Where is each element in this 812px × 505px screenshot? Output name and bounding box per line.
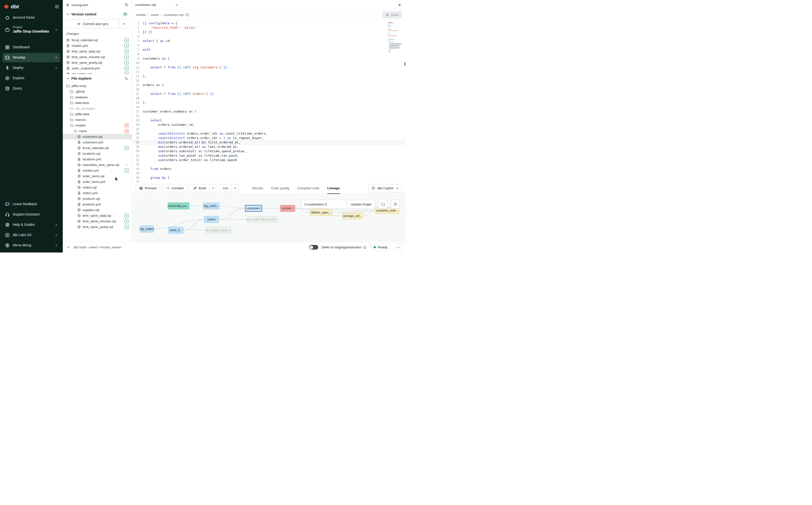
tree-item-models-yml[interactable]: models.yml+ <box>63 168 132 173</box>
tree-item-time-spine-yearly-sql[interactable]: time_spine_yearly.sql+ <box>63 224 132 230</box>
panel-tab-code-quality[interactable]: Code quality <box>271 183 289 194</box>
tree-item-dbt-packages[interactable]: dbt_packages <box>63 106 132 111</box>
code-line-18[interactable]: 18 <box>132 96 406 101</box>
sidebar-item-support-assistant[interactable]: Support Assistant <box>2 210 60 219</box>
dbt-copilot-button[interactable]: dbt Copilot <box>368 184 402 192</box>
tree-item-jaffle-shop[interactable]: jaffle-shop <box>63 83 132 89</box>
lineage-node-lifetime_spend[interactable]: lifetime_spen... <box>309 209 332 216</box>
code-line-27[interactable]: 27 count(distinct orders.order_id) > 1 a… <box>132 136 406 140</box>
panel-tab-compiled-code[interactable]: Compiled code <box>297 183 319 194</box>
changed-file-time-spine-yearly-sql[interactable]: time_spine_yearly.sql+ <box>63 60 132 65</box>
info-icon[interactable] <box>363 245 366 249</box>
collapse-sidebar-icon[interactable] <box>55 5 59 9</box>
build-button[interactable]: Build <box>190 184 209 192</box>
commit-and-sync-button[interactable]: Commit and sync <box>66 19 128 28</box>
code-line-30[interactable]: 30 sum(orders.subtotal) as lifetime_spen… <box>132 149 406 153</box>
code-line-20[interactable]: 20 <box>132 105 406 109</box>
tree-item-order-items-sql[interactable]: order_items.sql <box>63 173 132 179</box>
code-line-11[interactable]: 11 select * from {{ ref('stg_customers')… <box>132 65 406 69</box>
expand-command-bar-icon[interactable] <box>67 245 70 249</box>
new-tab-button[interactable] <box>398 3 401 7</box>
code-line-25[interactable]: 25 <box>132 127 406 131</box>
tree-item-supplies-sql[interactable]: supplies.sql <box>63 207 132 213</box>
code-line-35[interactable]: 35 <box>132 171 406 176</box>
code-line-6[interactable]: 6 <box>132 43 406 47</box>
code-line-15[interactable]: 15orders as ( <box>132 83 406 87</box>
search-icon[interactable] <box>125 77 128 80</box>
code-line-21[interactable]: 21customer_orders_summary as ( <box>132 109 406 114</box>
code-line-2[interactable]: 2 'favorite_food': 'pizza' <box>132 25 406 30</box>
tree-item-time-spine-minutes-sql[interactable]: time_spine_minutes.sql+ <box>63 218 132 224</box>
code-line-16[interactable]: 16 <box>132 87 406 92</box>
lineage-node-order_items[interactable]: order_it... <box>168 227 183 233</box>
command-input[interactable]: dbt build --select <model_name> <box>73 245 122 249</box>
dbt-logo[interactable]: dbt <box>4 4 19 10</box>
changed-file-time-spine-daily-sql[interactable]: time_spine_daily.sql+ <box>63 48 132 54</box>
sidebar-item-explore[interactable]: Explore <box>2 73 60 83</box>
sidebar-item-account-home[interactable]: Account home <box>2 13 60 22</box>
lineage-node-raw_customers[interactable]: ecom.raw_cu... <box>168 202 189 209</box>
sidebar-item-deploy[interactable]: Deploy <box>2 63 60 72</box>
sidebar-item-dbt-labs-dx[interactable]: dbt Labs DX <box>2 230 60 240</box>
changed-file-time-spine-minutes-sql[interactable]: time_spine_minutes.sql+ <box>63 54 132 60</box>
code-line-22[interactable]: 22 <box>132 114 406 118</box>
lineage-node-test_supply[interactable]: test_supply_costs_s... <box>206 227 231 233</box>
lineage-node-stg_orders[interactable]: stg_orders <box>140 225 154 232</box>
editor-minimap[interactable] <box>388 22 402 53</box>
sidebar-item-help-guides[interactable]: Help & Guides <box>2 220 60 229</box>
code-line-19[interactable]: 19), <box>132 101 406 105</box>
sidebar-item-project[interactable]: ProjectJaffle Shop Snowflake <box>2 23 60 36</box>
defer-toggle[interactable] <box>309 245 318 249</box>
tree-item-metricflow-time-spine-sql[interactable]: metricflow_time_spine.sql <box>63 162 132 168</box>
tree-item-time-spine-daily-sql[interactable]: time_spine_daily.sql+ <box>63 213 132 218</box>
code-line-4[interactable]: 4 <box>132 34 406 39</box>
code-line-9[interactable]: 9customers as ( <box>132 56 406 61</box>
editor-scrollbar-thumb[interactable] <box>404 62 405 66</box>
code-line-17[interactable]: 17 select * from {{ ref('orders') }} <box>132 92 406 96</box>
code-line-31[interactable]: 31 sum(orders.tax_paid) as lifetime_tax_… <box>132 153 406 158</box>
tree-item-jaffle-data[interactable]: jaffle-data <box>63 111 132 117</box>
save-button[interactable]: Save <box>382 11 402 18</box>
tree-item-data-tests[interactable]: data-tests <box>63 100 132 106</box>
panel-tab-lineage[interactable]: Lineage <box>327 183 340 194</box>
tree-item-products-sql[interactable]: products.sql <box>63 196 132 201</box>
lineage-node-test_order_items[interactable]: test_order_items_com... <box>247 216 278 223</box>
sidebar-item-leave-feedback[interactable]: Leave feedback <box>2 199 60 209</box>
code-line-8[interactable]: 8 <box>132 52 406 56</box>
lint-button[interactable]: Lint <box>220 184 231 192</box>
code-line-3[interactable]: 3}) }} <box>132 30 406 34</box>
fullscreen-button[interactable] <box>378 200 387 209</box>
lint-options-dropdown[interactable] <box>231 184 238 192</box>
breadcrumb-item-models[interactable]: models <box>136 13 146 17</box>
editor-tab-customers-sql[interactable]: customers.sql <box>132 0 182 10</box>
sidebar-item-develop[interactable]: Develop <box>2 53 60 62</box>
close-tab-icon[interactable] <box>175 3 178 7</box>
tree-item-github[interactable]: .github <box>63 89 132 95</box>
tree-item-customers-yml[interactable]: customers.yml <box>63 140 132 145</box>
tree-item-products-yml[interactable]: products.yml <box>63 201 132 207</box>
code-line-12[interactable]: 12 <box>132 69 406 74</box>
sidebar-item-dashboard[interactable]: Dashboard <box>2 43 60 52</box>
code-line-37[interactable]: 37 <box>132 180 406 183</box>
update-graph-button[interactable]: Update Graph <box>347 200 375 209</box>
code-line-23[interactable]: 23 select <box>132 118 406 123</box>
commit-options-dropdown[interactable] <box>119 19 128 28</box>
breadcrumb-item-customers-sql[interactable]: customers.sql <box>164 13 183 17</box>
tree-item-orders-yml[interactable]: orders.yml <box>63 190 132 196</box>
changed-file-models-yml[interactable]: models.yml+ <box>63 43 132 48</box>
file-menu-icon[interactable] <box>125 163 129 166</box>
tree-item-macros[interactable]: macros <box>63 117 132 123</box>
code-line-34[interactable]: 34 from orders <box>132 167 406 171</box>
tree-item-locations-sql[interactable]: locations.sql <box>63 151 132 156</box>
code-line-7[interactable]: 7with <box>132 47 406 52</box>
lineage-node-custom[interactable]: custom... <box>280 205 295 212</box>
model-info-icon[interactable] <box>185 13 189 17</box>
code-line-14[interactable]: 14 <box>132 78 406 83</box>
build-options-dropdown[interactable] <box>209 184 217 192</box>
file-explorer-header[interactable]: File explorer <box>63 74 132 82</box>
preview-button[interactable]: Preview <box>136 184 160 192</box>
code-line-33[interactable]: 33 <box>132 162 406 167</box>
code-line-32[interactable]: 32 sum(orders.order_total) as lifetime_s… <box>132 158 406 162</box>
sidebar-item-mirna-wong[interactable]: Mirna Wong <box>2 241 60 250</box>
code-line-5[interactable]: 5select 1 as id <box>132 39 406 43</box>
